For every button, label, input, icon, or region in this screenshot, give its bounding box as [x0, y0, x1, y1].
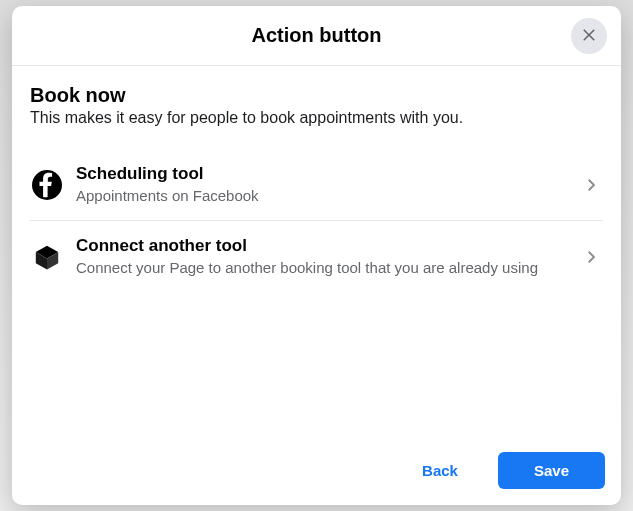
section-description: This makes it easy for people to book ap… — [30, 109, 603, 127]
modal-title: Action button — [252, 24, 382, 47]
option-subtitle: Appointments on Facebook — [76, 186, 567, 206]
back-button[interactable]: Back — [392, 452, 488, 489]
option-text: Connect another tool Connect your Page t… — [76, 235, 567, 278]
modal-header: Action button — [12, 6, 621, 66]
modal-footer: Back Save — [12, 438, 621, 505]
option-connect-another-tool[interactable]: Connect another tool Connect your Page t… — [30, 220, 603, 292]
save-button[interactable]: Save — [498, 452, 605, 489]
section-title: Book now — [30, 84, 603, 107]
close-icon — [580, 25, 598, 46]
modal-body: Book now This makes it easy for people t… — [12, 66, 621, 438]
action-button-modal: Action button Book now This makes it eas… — [12, 6, 621, 505]
option-subtitle: Connect your Page to another booking too… — [76, 258, 567, 278]
option-title: Scheduling tool — [76, 163, 567, 185]
facebook-icon — [32, 170, 62, 200]
option-scheduling-tool[interactable]: Scheduling tool Appointments on Facebook — [30, 149, 603, 220]
option-title: Connect another tool — [76, 235, 567, 257]
cube-icon — [32, 242, 62, 272]
close-button[interactable] — [571, 18, 607, 54]
chevron-right-icon — [581, 175, 601, 195]
chevron-right-icon — [581, 247, 601, 267]
option-text: Scheduling tool Appointments on Facebook — [76, 163, 567, 206]
